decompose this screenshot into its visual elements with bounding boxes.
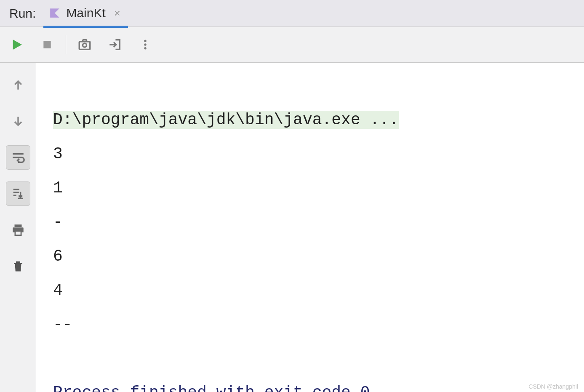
output-line: -- [53,315,72,333]
down-stack-button[interactable] [6,109,30,133]
up-stack-button[interactable] [6,73,30,97]
toolbar-separator [66,35,66,54]
exit-button[interactable] [106,35,124,54]
run-tab[interactable]: MainKt × [43,1,128,28]
stop-button[interactable] [38,35,56,54]
close-icon[interactable]: × [114,7,120,20]
content-area: D:\program\java\jdk\bin\java.exe ... 3 1… [0,63,584,392]
more-button[interactable] [136,35,155,54]
output-line: 6 [53,247,63,265]
svg-rect-0 [43,41,51,48]
output-line: - [53,213,63,231]
output-line: 1 [53,179,63,197]
side-toolbar [0,63,36,392]
svg-point-4 [144,43,147,46]
svg-point-2 [83,43,86,47]
svg-point-3 [144,40,147,43]
rerun-button[interactable] [8,35,26,54]
tab-label: MainKt [66,6,105,20]
clear-button[interactable] [6,254,30,278]
output-line: 3 [53,145,63,163]
output-line: 4 [53,281,63,299]
command-line: D:\program\java\jdk\bin\java.exe ... [53,111,399,129]
soft-wrap-button[interactable] [6,145,30,170]
run-label: Run: [9,6,36,21]
svg-point-5 [144,47,147,50]
exit-status: Process finished with exit code 0 [53,384,370,392]
print-button[interactable] [6,218,30,242]
scroll-end-button[interactable] [6,181,30,206]
svg-rect-6 [15,231,21,235]
run-header: Run: MainKt × [0,0,584,27]
screenshot-button[interactable] [75,35,94,54]
console-output[interactable]: D:\program\java\jdk\bin\java.exe ... 3 1… [36,63,584,392]
run-toolbar [0,27,584,63]
kotlin-icon [49,8,60,19]
watermark: CSDN @zhangphil [528,384,578,389]
